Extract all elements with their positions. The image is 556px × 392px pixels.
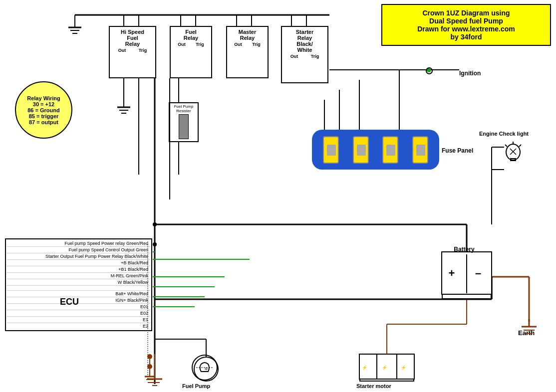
earth-symbol <box>519 319 539 344</box>
starter-motor-symbol: ⚡ ⚡ ⚡ <box>357 352 417 382</box>
ecu-row-spacer <box>7 286 150 291</box>
master-relay-label: Master Relay <box>229 29 266 41</box>
ecu-row-13: E2 <box>7 323 150 329</box>
svg-point-33 <box>153 242 157 246</box>
title-line3: Drawn for www.lextreme.com <box>390 25 543 33</box>
svg-point-34 <box>153 222 157 226</box>
fuse-4 <box>412 136 428 164</box>
title-box: Crown 1UZ Diagram using Dual Speed fuel … <box>381 4 551 46</box>
master-relay: Master Relay OutTrig <box>226 26 269 78</box>
ecu-row-7: W Black/Yellow <box>7 279 150 286</box>
svg-line-63 <box>519 145 521 147</box>
battery-symbol: Battery + – <box>439 244 494 299</box>
resistor-body <box>179 114 189 139</box>
ecu-row-3: Starter Output Fuel Pump Power Relay Bla… <box>7 253 150 260</box>
hi-speed-fuel-relay: Hi Speed Fuel Relay OutTrig <box>109 26 156 78</box>
fuse-1 <box>323 136 339 164</box>
fuse-panel <box>312 130 439 170</box>
ecu-row-12: E1 <box>7 317 150 323</box>
relay-wiring-box: Relay Wiring 30 = +12 86 = Ground 85 = t… <box>15 81 72 139</box>
ecu-label: ECU <box>60 297 79 307</box>
relay-wiring-text: Relay Wiring 30 = +12 86 = Ground 85 = t… <box>27 95 60 125</box>
fuel-relay-label: Fuel Relay <box>173 29 209 41</box>
svg-text:⚡: ⚡ <box>401 365 407 371</box>
starter-relay: Starter Relay Black/ White OutTrig <box>281 26 328 83</box>
hi-speed-relay-label: Hi Speed Fuel Relay <box>112 29 153 47</box>
ground-dots-ecu <box>142 349 157 389</box>
svg-text:–: – <box>475 267 481 279</box>
resister-label: Fuel Pump Resister <box>171 104 197 113</box>
svg-text:⚡: ⚡ <box>362 365 368 371</box>
fuse-3 <box>382 136 398 164</box>
title-line2: Dual Speed fuel Pump <box>390 17 543 25</box>
starter-relay-terminals: OutTrig <box>284 54 325 59</box>
engine-check-bulb <box>503 140 523 175</box>
fuse-2 <box>353 136 369 164</box>
svg-text:Battery: Battery <box>454 246 475 253</box>
title-line4: by 34ford <box>390 33 543 41</box>
fuel-relay: Fuel Relay OutTrig <box>170 26 212 78</box>
ecu-row-6: M-REL Green/Pink <box>7 273 150 279</box>
svg-text:⚡: ⚡ <box>382 365 388 371</box>
fuel-pump-resister: Fuel Pump Resister <box>169 102 199 142</box>
master-relay-terminals: OutTrig <box>229 42 266 47</box>
engine-check-label: Engine Check light <box>479 131 529 137</box>
hi-speed-relay-terminals: OutTrig <box>112 48 153 53</box>
ecu-row-4: +B Black/Red <box>7 260 150 266</box>
ignition-label: Ignition <box>459 70 481 77</box>
ecu-row-1: Fuel pump Speed Power relay Green/Red <box>7 240 150 247</box>
title-line1: Crown 1UZ Diagram using <box>390 9 543 17</box>
starter-motor-label: Starter motor <box>356 383 391 389</box>
svg-point-84 <box>147 354 152 359</box>
ecu-row-11: E02 <box>7 310 150 317</box>
ecu-box: Fuel pump Speed Power relay Green/Red Fu… <box>5 238 152 331</box>
fuel-pump-label: Fuel Pump <box>182 383 210 389</box>
svg-point-85 <box>147 364 152 369</box>
ignition-dot <box>422 63 437 78</box>
fuel-pump-symbol <box>191 354 219 382</box>
wiring-svg <box>0 0 556 392</box>
svg-line-64 <box>505 145 507 147</box>
fuel-relay-terminals: OutTrig <box>173 42 209 47</box>
svg-text:+: + <box>449 267 455 279</box>
starter-relay-label: Starter Relay Black/ White <box>284 29 325 53</box>
ecu-row-5: +B1 Black/Red <box>7 266 150 273</box>
fuse-panel-label: Fuse Panel <box>442 147 473 154</box>
svg-point-92 <box>428 69 431 72</box>
ecu-row-2: Fuel pump Speed Control Output Green <box>7 247 150 253</box>
